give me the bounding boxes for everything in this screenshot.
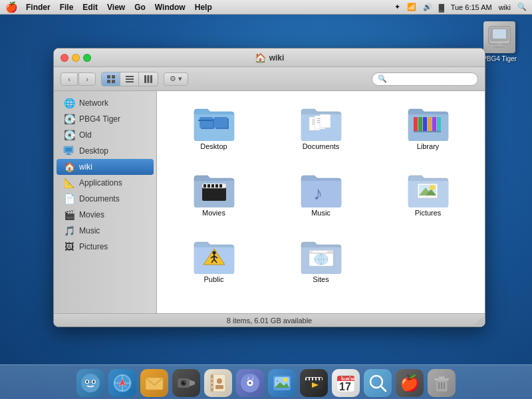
folder-icon-sites	[300, 238, 342, 274]
svg-rect-9	[126, 76, 134, 77]
dock-item-addressbook[interactable]	[203, 368, 233, 398]
dock-item-finder[interactable]	[76, 368, 105, 398]
back-button[interactable]: ‹	[61, 72, 78, 86]
pbg4tiger-icon: 💽	[63, 113, 75, 125]
svg-line-121	[381, 386, 386, 392]
dock-item-ical[interactable]: SUN MON 17	[331, 368, 360, 398]
dock-item-imovie[interactable]	[299, 368, 329, 398]
dock-item-mail[interactable]	[140, 368, 169, 398]
close-button[interactable]	[61, 54, 68, 62]
file-item-movies[interactable]: Movies	[167, 168, 261, 221]
sidebar-label-pbg4tiger: PBG4 Tiger	[79, 114, 120, 124]
sidebar-item-pbg4tiger[interactable]: 💽 PBG4 Tiger	[57, 111, 154, 127]
maximize-button[interactable]	[83, 54, 91, 62]
svg-rect-21	[198, 120, 213, 121]
clock: Tue 6:15 AM	[451, 3, 492, 11]
menu-view[interactable]: View	[107, 3, 125, 12]
itunes-icon: ♪ ♩	[240, 373, 260, 393]
forward-button[interactable]: ›	[78, 72, 96, 86]
file-item-documents[interactable]: Documents	[274, 101, 368, 154]
menu-window[interactable]: Window	[155, 3, 186, 12]
resize-handle[interactable]	[475, 317, 483, 325]
svg-point-75	[93, 380, 95, 383]
minimize-button[interactable]	[72, 54, 80, 62]
dock-item-apple[interactable]: 🍎	[395, 368, 424, 398]
dock-item-isight[interactable]	[172, 368, 201, 398]
svg-point-53	[430, 185, 435, 190]
file-item-public[interactable]: Public	[167, 234, 261, 287]
svg-text:♪: ♪	[313, 183, 323, 203]
svg-rect-109	[313, 378, 315, 380]
svg-rect-5	[107, 75, 110, 78]
status-text: 8 items, 6.01 GB available	[227, 317, 312, 325]
search-box[interactable]: 🔍	[372, 72, 478, 86]
apple-menu[interactable]: 🍎	[5, 1, 18, 13]
sidebar-label-movies: Movies	[79, 210, 104, 219]
sidebar-item-network[interactable]: 🌐 Network	[57, 95, 154, 111]
sidebar-item-documents[interactable]: 📄 Documents	[57, 191, 154, 207]
svg-point-102	[283, 378, 287, 382]
dock-item-safari[interactable]	[108, 368, 137, 398]
svg-rect-44	[211, 184, 214, 188]
apple-dock-icon: 🍎	[400, 374, 420, 392]
menu-go[interactable]: Go	[134, 3, 146, 12]
svg-rect-46	[219, 184, 222, 188]
file-item-sites[interactable]: Sites	[274, 234, 368, 287]
desktop: PBG4 Tiger 🏠 wiki ‹ ›	[0, 15, 532, 364]
menu-finder[interactable]: Finder	[26, 3, 51, 12]
svg-rect-16	[65, 148, 72, 152]
sidebar-item-music[interactable]: 🎵 Music	[57, 223, 154, 239]
dock-item-trash[interactable]	[427, 368, 456, 398]
sidebar-item-applications[interactable]: 📐 Applications	[57, 175, 154, 191]
menu-file[interactable]: File	[60, 3, 74, 12]
sidebar-item-wiki[interactable]: 🏠 wiki	[57, 159, 154, 175]
battery-icon: ▓	[439, 3, 444, 11]
sidebar-item-old[interactable]: 💽 Old	[57, 127, 154, 143]
menubar-items: Finder File Edit View Go Window Help	[26, 3, 212, 12]
folder-icon-music: ♪	[300, 172, 342, 207]
svg-point-71	[81, 374, 100, 392]
dock-item-itunes[interactable]: ♪ ♩	[235, 368, 265, 398]
svg-rect-10	[126, 78, 134, 80]
imovie-icon	[304, 373, 324, 393]
window-title-icon: 🏠	[255, 53, 266, 63]
sidebar-label-network: Network	[79, 98, 108, 108]
folder-icon-movies	[193, 172, 235, 207]
file-label-movies: Movies	[202, 209, 225, 217]
view-buttons	[101, 72, 158, 86]
dock-item-iphoto[interactable]	[267, 368, 297, 398]
status-bar: 8 items, 6.01 GB available	[54, 313, 485, 327]
sidebar-label-desktop: Desktop	[79, 146, 108, 156]
svg-point-103	[277, 380, 279, 382]
username: wiki	[499, 3, 511, 11]
bluetooth-icon: ✦	[394, 3, 400, 11]
finder-window: 🏠 wiki ‹ ›	[53, 48, 485, 327]
svg-line-70	[481, 323, 483, 325]
sidebar-item-movies[interactable]: 🎬 Movies	[57, 207, 154, 223]
file-item-desktop[interactable]: Desktop	[167, 101, 261, 154]
menu-help[interactable]: Help	[195, 3, 212, 12]
file-label-library: Library	[417, 142, 440, 150]
safari-icon	[112, 373, 132, 393]
desktop-icon-sidebar	[63, 145, 75, 157]
file-item-library[interactable]: Library	[381, 101, 475, 154]
file-item-music[interactable]: ♪ Music	[274, 168, 368, 221]
svg-text:♩: ♩	[251, 375, 254, 381]
trash-icon	[432, 373, 452, 393]
sidebar-item-desktop[interactable]: Desktop	[57, 143, 154, 159]
menu-edit[interactable]: Edit	[82, 3, 98, 12]
sidebar-label-pictures: Pictures	[79, 242, 108, 251]
spotlight-icon[interactable]: 🔍	[517, 3, 527, 11]
sidebar-item-pictures[interactable]: 🖼 Pictures	[57, 239, 154, 255]
file-label-documents: Documents	[303, 142, 340, 150]
svg-rect-111	[320, 378, 322, 380]
svg-rect-6	[112, 75, 115, 78]
dock-item-spotlight[interactable]	[363, 368, 392, 398]
action-button[interactable]: ⚙ ▾	[164, 72, 188, 86]
svg-rect-2	[493, 29, 506, 39]
icon-view-button[interactable]	[102, 72, 120, 86]
list-view-button[interactable]	[120, 72, 139, 86]
file-item-pictures[interactable]: Pictures	[381, 168, 475, 221]
titlebar: 🏠 wiki	[54, 49, 485, 67]
column-view-button[interactable]	[139, 72, 158, 86]
